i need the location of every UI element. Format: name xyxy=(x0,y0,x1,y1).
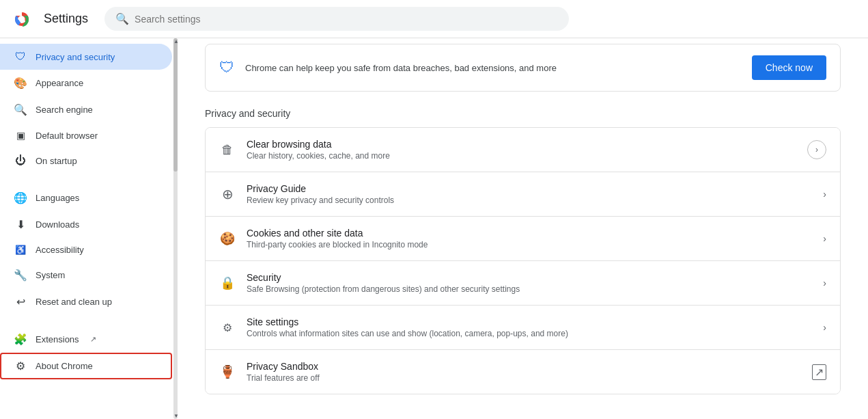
languages-icon: 🌐 xyxy=(14,191,27,204)
row-content: Site settings Controls what information … xyxy=(247,316,812,338)
circle-arrow-icon: › xyxy=(807,140,826,159)
accessibility-icon: ♿ xyxy=(14,245,27,255)
sidebar-item-about-chrome[interactable]: ⚙ About Chrome xyxy=(0,353,172,379)
search-icon: 🔍 xyxy=(115,12,129,25)
sidebar-item-privacy-security[interactable]: 🛡 Privacy and security xyxy=(0,44,172,70)
settings-row-clear-browsing[interactable]: 🗑 Clear browsing data Clear history, coo… xyxy=(206,128,840,172)
section-title: Privacy and security xyxy=(205,108,841,119)
reset-icon: ↩ xyxy=(14,295,27,308)
main-content: 🛡 Chrome can help keep you safe from dat… xyxy=(178,38,868,419)
extensions-icon: 🧩 xyxy=(14,333,27,346)
sidebar-item-label: Privacy and security xyxy=(36,52,115,62)
sidebar-item-appearance[interactable]: 🎨 Appearance xyxy=(0,70,172,96)
browser-icon: ▣ xyxy=(14,130,27,141)
site-settings-icon: ⚙ xyxy=(219,321,236,334)
settings-row-site-settings[interactable]: ⚙ Site settings Controls what informatio… xyxy=(206,306,840,350)
trash-icon: 🗑 xyxy=(219,143,236,157)
row-subtitle: Safe Browsing (protection from dangerous… xyxy=(247,284,812,294)
security-shield-icon: 🔒 xyxy=(219,275,236,290)
sidebar-item-downloads[interactable]: ⬇ Downloads xyxy=(0,211,172,238)
row-subtitle: Clear history, cookies, cache, and more xyxy=(247,151,796,161)
sidebar-item-extensions[interactable]: 🧩 Extensions ↗ xyxy=(0,326,172,353)
settings-row-cookies[interactable]: 🍪 Cookies and other site data Third-part… xyxy=(206,217,840,261)
chevron-right-icon: › xyxy=(823,278,826,288)
row-subtitle: Controls what information sites can use … xyxy=(247,329,812,338)
top-bar: Settings 🔍 xyxy=(0,0,868,38)
sidebar-item-search-engine[interactable]: 🔍 Search engine xyxy=(0,96,172,123)
sidebar-item-label: Default browser xyxy=(36,131,98,141)
settings-list: 🗑 Clear browsing data Clear history, coo… xyxy=(205,127,841,394)
downloads-icon: ⬇ xyxy=(14,218,27,231)
sidebar-item-label: Reset and clean up xyxy=(36,297,112,307)
row-title: Privacy Sandbox xyxy=(247,361,801,372)
sandbox-icon: 🏺 xyxy=(219,364,236,379)
safety-shield-icon: 🛡 xyxy=(219,59,234,77)
scrollbar[interactable] xyxy=(173,38,178,419)
about-chrome-icon: ⚙ xyxy=(14,360,27,373)
sidebar-item-label: Extensions xyxy=(36,334,79,344)
row-title: Security xyxy=(247,272,812,283)
system-icon: 🔧 xyxy=(14,269,27,282)
row-title: Clear browsing data xyxy=(247,139,796,150)
chevron-right-icon: › xyxy=(823,189,826,200)
sidebar-item-label: Accessibility xyxy=(36,245,84,255)
row-title: Privacy Guide xyxy=(247,183,812,194)
settings-row-privacy-sandbox[interactable]: 🏺 Privacy Sandbox Trial features are off… xyxy=(206,350,840,394)
sidebar-divider-2 xyxy=(0,315,178,326)
chevron-right-icon: › xyxy=(823,322,826,333)
sidebar-item-label: Downloads xyxy=(36,219,79,230)
sidebar-item-default-browser[interactable]: ▣ Default browser xyxy=(0,123,172,148)
row-content: Privacy Guide Review key privacy and sec… xyxy=(247,183,812,205)
cookie-icon: 🍪 xyxy=(219,231,236,246)
compass-icon: ⊕ xyxy=(219,186,236,202)
safety-card: 🛡 Chrome can help keep you safe from dat… xyxy=(205,44,841,92)
scroll-down-arrow[interactable]: ▼ xyxy=(173,413,178,419)
svg-point-1 xyxy=(19,16,25,22)
sidebar-divider xyxy=(0,174,178,185)
row-content: Privacy Sandbox Trial features are off xyxy=(247,361,801,383)
sidebar-item-label: System xyxy=(36,270,65,280)
appearance-icon: 🎨 xyxy=(14,77,27,90)
sidebar-item-label: Search engine xyxy=(36,105,93,115)
shield-icon: 🛡 xyxy=(14,51,27,63)
chevron-right-icon: › xyxy=(823,233,826,244)
search-bar: 🔍 xyxy=(104,7,569,31)
sidebar-item-system[interactable]: 🔧 System xyxy=(0,262,172,288)
search-input[interactable] xyxy=(135,14,558,25)
sidebar-item-label: Appearance xyxy=(36,78,83,88)
external-link-icon: ↗ xyxy=(812,364,826,380)
chrome-logo-icon xyxy=(11,8,33,30)
scroll-up-arrow[interactable]: ▲ xyxy=(173,38,178,44)
sidebar: 🛡 Privacy and security 🎨 Appearance 🔍 Se… xyxy=(0,38,178,419)
sidebar-item-reset-cleanup[interactable]: ↩ Reset and clean up xyxy=(0,288,172,315)
sidebar-item-label: On startup xyxy=(36,156,77,166)
row-content: Cookies and other site data Third-party … xyxy=(247,228,812,249)
sidebar-item-languages[interactable]: 🌐 Languages xyxy=(0,185,172,211)
check-now-button[interactable]: Check now xyxy=(752,55,826,80)
sidebar-item-on-startup[interactable]: ⏻ On startup xyxy=(0,148,172,174)
row-subtitle: Review key privacy and security controls xyxy=(247,195,812,205)
row-subtitle: Third-party cookies are blocked in Incog… xyxy=(247,240,812,249)
settings-row-privacy-guide[interactable]: ⊕ Privacy Guide Review key privacy and s… xyxy=(206,172,840,217)
settings-row-security[interactable]: 🔒 Security Safe Browsing (protection fro… xyxy=(206,261,840,306)
safety-text: Chrome can help keep you safe from data … xyxy=(245,63,741,73)
sidebar-item-label: Languages xyxy=(36,193,79,203)
row-title: Site settings xyxy=(247,316,812,327)
row-content: Security Safe Browsing (protection from … xyxy=(247,272,812,294)
startup-icon: ⏻ xyxy=(14,154,27,167)
sidebar-item-accessibility[interactable]: ♿ Accessibility xyxy=(0,238,172,262)
search-engine-icon: 🔍 xyxy=(14,103,27,116)
row-title: Cookies and other site data xyxy=(247,228,812,239)
row-content: Clear browsing data Clear history, cooki… xyxy=(247,139,796,161)
scroll-thumb[interactable] xyxy=(173,38,178,172)
external-link-icon: ↗ xyxy=(90,335,96,344)
page-title: Settings xyxy=(44,12,88,26)
row-subtitle: Trial features are off xyxy=(247,373,801,383)
sidebar-item-label: About Chrome xyxy=(36,361,93,371)
main-layout: 🛡 Privacy and security 🎨 Appearance 🔍 Se… xyxy=(0,38,868,419)
